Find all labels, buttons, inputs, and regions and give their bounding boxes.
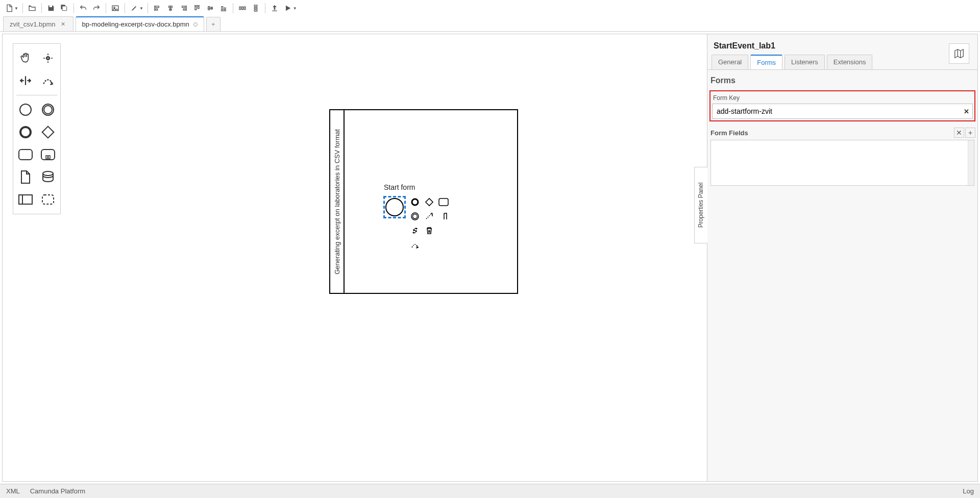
align-center-h-button[interactable] <box>164 2 177 14</box>
svg-rect-25 <box>42 127 54 138</box>
form-fields-add-button[interactable]: + <box>965 128 975 138</box>
svg-rect-7 <box>183 9 185 10</box>
start-event-selected[interactable] <box>383 196 406 218</box>
form-fields-remove-button[interactable]: ✕ <box>954 128 964 138</box>
tab-label: zvit_csv1.bpmn <box>10 20 56 28</box>
tab-add-button[interactable]: + <box>206 17 220 31</box>
save-all-button[interactable] <box>58 2 70 14</box>
footer-xml-link[interactable]: XML <box>6 487 20 495</box>
form-key-input-wrap: ✕ <box>712 104 973 119</box>
undo-button[interactable] <box>77 2 89 14</box>
create-gateway[interactable] <box>40 124 56 140</box>
create-start-event[interactable] <box>17 102 34 118</box>
svg-rect-6 <box>182 6 186 8</box>
form-key-input[interactable] <box>713 104 960 118</box>
svg-rect-12 <box>222 7 223 10</box>
svg-point-37 <box>413 214 418 219</box>
svg-rect-17 <box>254 5 257 7</box>
separator <box>41 3 42 13</box>
separator <box>233 3 233 13</box>
ctx-attach[interactable] <box>437 210 450 222</box>
highlight-button[interactable] <box>128 2 140 14</box>
svg-point-21 <box>20 104 31 115</box>
redo-button[interactable] <box>90 2 103 14</box>
properties-panel: StartEvent_lab1 General Forms Listeners … <box>707 34 977 481</box>
tab-bar: zvit_csv1.bpmn × bp-modeling-excerpt-csv… <box>0 16 980 32</box>
create-group[interactable] <box>40 191 56 208</box>
separator <box>106 3 106 13</box>
ctx-append-gateway[interactable] <box>423 196 435 208</box>
create-task[interactable] <box>17 146 34 163</box>
pool-lane[interactable]: Start form <box>346 110 517 293</box>
ctx-change-type[interactable] <box>409 225 421 237</box>
start-event-circle-icon <box>385 198 404 216</box>
bpmn-pool[interactable]: Generating excerpt on laboratories in CS… <box>329 109 518 294</box>
distribute-h-button[interactable] <box>236 2 249 14</box>
properties-panel-toggle[interactable]: Properties Panel <box>694 167 707 243</box>
create-intermediate-event[interactable] <box>40 102 56 118</box>
form-key-clear-button[interactable]: ✕ <box>960 108 972 115</box>
form-fields-list[interactable] <box>710 140 974 186</box>
tab-bp-modeling-excerpt[interactable]: bp-modeling-excerpt-csv-docx.bpmn <box>76 16 204 31</box>
ctx-append-intermediate[interactable] <box>409 210 421 222</box>
export-image-button[interactable] <box>109 2 121 14</box>
align-bottom-button[interactable] <box>217 2 230 14</box>
ctx-append-task[interactable] <box>437 196 450 208</box>
create-data-object[interactable] <box>17 169 34 185</box>
create-subprocess[interactable] <box>40 146 56 163</box>
ctx-append-end-event[interactable] <box>409 196 421 208</box>
status-bar: XML Camunda Platform Log <box>0 484 980 498</box>
svg-rect-2 <box>156 6 159 8</box>
tab-listeners[interactable]: Listeners <box>785 55 825 69</box>
ctx-delete[interactable] <box>423 225 435 237</box>
svg-rect-26 <box>19 150 32 160</box>
create-data-store[interactable] <box>40 169 56 185</box>
distribute-v-button[interactable] <box>250 2 262 14</box>
align-left-button[interactable] <box>151 2 163 14</box>
pool-name: Generating excerpt on laboratories in CS… <box>333 129 341 275</box>
tab-forms[interactable]: Forms <box>750 55 782 69</box>
run-button[interactable] <box>282 2 294 14</box>
footer-log-link[interactable]: Log <box>963 487 974 495</box>
hand-tool[interactable] <box>17 50 34 66</box>
ctx-text-annotation[interactable] <box>423 210 435 222</box>
form-fields-header: Form Fields ✕ + <box>708 124 976 140</box>
svg-rect-19 <box>254 10 257 11</box>
tab-extensions[interactable]: Extensions <box>827 55 873 69</box>
footer-platform-link[interactable]: Camunda Platform <box>30 487 85 495</box>
deploy-button[interactable] <box>268 2 281 14</box>
properties-body: Forms Form Key ✕ Form Fields ✕ + <box>707 69 977 481</box>
align-right-button[interactable] <box>178 2 190 14</box>
svg-rect-8 <box>195 7 197 10</box>
global-connect-tool[interactable] <box>40 72 56 89</box>
form-fields-scrollbar[interactable] <box>968 140 974 185</box>
pool-header[interactable]: Generating excerpt on laboratories in CS… <box>330 110 345 293</box>
save-button[interactable] <box>45 2 57 14</box>
create-participant[interactable] <box>17 191 34 208</box>
properties-tabs: General Forms Listeners Extensions <box>707 55 977 69</box>
align-top-button[interactable] <box>191 2 203 14</box>
space-tool[interactable] <box>17 72 34 89</box>
ctx-connect[interactable] <box>409 239 421 251</box>
svg-rect-20 <box>272 11 277 11</box>
separator <box>22 3 23 13</box>
tab-zvit-csv1[interactable]: zvit_csv1.bpmn × <box>3 16 74 31</box>
svg-point-23 <box>44 106 52 114</box>
lasso-tool[interactable] <box>40 50 56 66</box>
form-key-field-highlighted: Form Key ✕ <box>709 90 975 121</box>
align-center-v-button[interactable] <box>204 2 216 14</box>
tab-unsaved-icon <box>193 22 198 27</box>
svg-rect-13 <box>224 8 226 10</box>
main-toolbar: ▼ ▼ ▼ <box>0 0 980 16</box>
svg-rect-30 <box>19 195 32 204</box>
svg-rect-32 <box>42 195 54 204</box>
new-file-button[interactable] <box>3 2 15 14</box>
minimap-toggle-button[interactable] <box>949 43 969 64</box>
svg-point-29 <box>43 171 53 176</box>
tab-general[interactable]: General <box>712 55 748 69</box>
create-end-event[interactable] <box>17 124 34 140</box>
open-file-button[interactable] <box>26 2 38 14</box>
separator <box>265 3 265 13</box>
tab-close-icon[interactable]: × <box>60 20 67 28</box>
context-pad <box>409 196 450 251</box>
